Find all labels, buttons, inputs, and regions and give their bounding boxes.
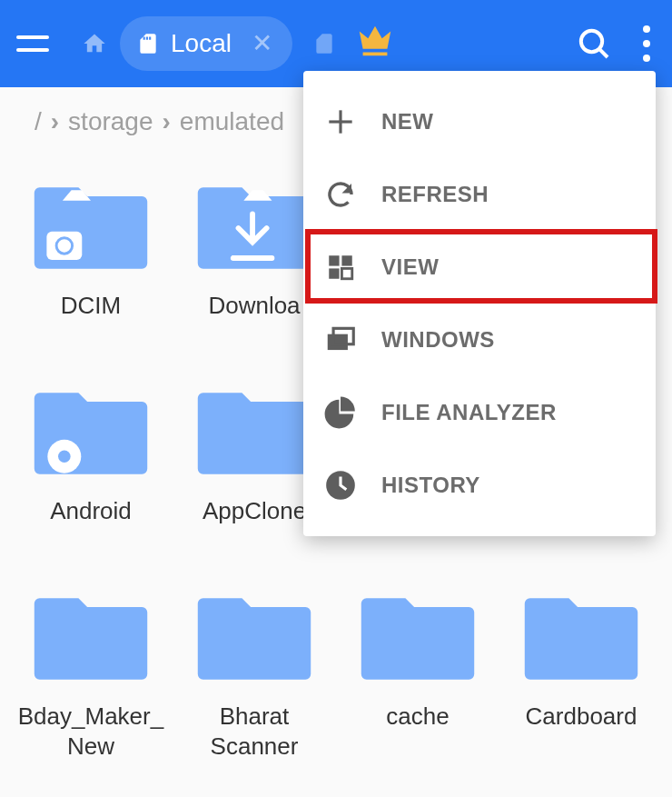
crown-icon[interactable] [354,21,396,66]
context-menu: NEWREFRESHVIEWWINDOWSFILE ANALYZERHISTOR… [303,71,656,536]
folder-item[interactable]: DCIM [11,156,171,353]
svg-rect-11 [341,268,351,278]
breadcrumb-segment[interactable]: storage [68,107,153,136]
svg-rect-9 [341,255,351,265]
menu-item-label: NEW [381,109,434,134]
svg-rect-8 [329,255,339,265]
close-tab-icon[interactable]: ✕ [252,31,272,56]
menu-item-file-analyzer[interactable]: FILE ANALYZER [303,376,656,449]
folder-label: Android [46,496,135,551]
folder-item[interactable]: Bharat Scanner [174,567,334,768]
grid-icon [321,248,360,286]
breadcrumb-segment[interactable]: emulated [180,107,284,136]
folder-label: Bday_Maker_New [13,702,169,761]
folder-item[interactable]: cache [338,567,498,768]
svg-point-0 [581,31,602,52]
chevron-right-icon: › [163,107,171,136]
folder-label: AppClone [199,496,310,551]
sd-card-icon-inactive[interactable] [312,32,336,55]
menu-item-label: WINDOWS [381,327,495,353]
menu-item-label: HISTORY [381,473,480,498]
menu-item-label: VIEW [381,254,439,280]
more-options-icon[interactable] [637,20,656,67]
menu-item-view[interactable]: VIEW [303,231,656,304]
folder-label: cache [382,702,452,756]
chevron-right-icon: › [51,107,59,136]
refresh-icon [321,175,360,214]
folder-item[interactable]: Android [11,362,171,558]
hamburger-icon[interactable] [16,24,56,64]
svg-rect-2 [46,232,82,260]
sd-card-icon [136,32,160,55]
breadcrumb-root[interactable]: / [35,107,42,136]
tab-label: Local [171,29,232,58]
search-icon[interactable] [576,25,612,62]
menu-item-refresh[interactable]: REFRESH [303,158,656,231]
svg-rect-10 [329,268,339,278]
clock-icon [321,466,360,504]
menu-item-new[interactable]: NEW [303,85,656,158]
folder-label: Bharat Scanner [176,702,332,761]
folder-item[interactable]: Cardboard [501,567,661,768]
menu-item-history[interactable]: HISTORY [303,449,656,522]
svg-rect-12 [328,334,348,350]
menu-item-label: FILE ANALYZER [381,400,557,425]
home-icon[interactable] [82,31,107,56]
location-tab[interactable]: Local ✕ [120,16,292,71]
svg-line-1 [600,50,608,57]
menu-item-label: REFRESH [381,182,489,207]
pie-icon [321,394,360,432]
folder-label: Downloa [204,291,303,345]
svg-point-5 [58,450,71,463]
windows-icon [321,321,360,359]
menu-item-windows[interactable]: WINDOWS [303,304,656,376]
folder-label: Cardboard [522,702,641,756]
plus-icon [321,103,360,141]
folder-label: DCIM [57,291,124,345]
folder-item[interactable]: Bday_Maker_New [11,567,171,768]
